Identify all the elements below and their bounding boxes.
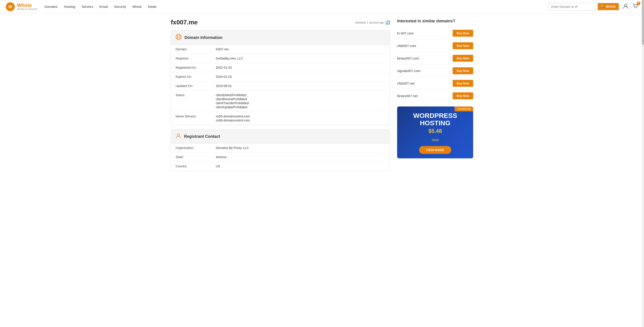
ad-price-amount: 5.48 <box>431 128 442 134</box>
logo-icon: W <box>5 2 15 12</box>
sidebar: Interested in similar domains? fx-007.co… <box>397 19 473 175</box>
domain-info-card: Domain Information Domain: fx007.me Regi… <box>171 30 390 125</box>
logo-brand-name: Whois <box>17 3 37 8</box>
similar-domain-name-6: binary007.net <box>397 94 418 98</box>
registrant-card: Registrant Contact Organization: Domains… <box>171 130 390 171</box>
similar-domain-name-5: cfds007.net <box>397 82 414 85</box>
navbar: W Whois Identity for everyone Domains Ho… <box>0 0 644 14</box>
registrant-body: Organization: Domains By Proxy, LLC Stat… <box>171 143 390 171</box>
page-title-row: fx007.me Updated 1 second ago 🔄 <box>171 19 390 26</box>
nameserver-2: ns56.domaincontrol.com <box>216 118 250 122</box>
nav-links: Domains Hosting Servers Email Security W… <box>44 5 548 8</box>
nav-item-email[interactable]: Email <box>99 5 108 8</box>
buy-now-button-4[interactable]: Buy Now <box>452 67 473 74</box>
user-icon <box>622 3 629 9</box>
ad-view-more-button[interactable]: VIEW MORE <box>419 146 451 154</box>
table-row: Registered On: 2022-01-24 <box>171 63 390 72</box>
search-input[interactable] <box>548 3 598 10</box>
ad-price-mo: /mo <box>402 138 469 142</box>
registrant-person-icon <box>176 133 181 140</box>
domain-globe-icon <box>176 34 182 42</box>
search-bar: 🔍 WHOIS <box>548 3 619 10</box>
updated-text-label: Updated 1 second ago <box>355 21 384 24</box>
value-registrar: GoDaddy.com, LLC <box>216 56 243 60</box>
label-name-servers: Name Servers: <box>176 114 216 122</box>
label-status: Status: <box>176 93 216 109</box>
table-row: State: Arizona <box>171 152 390 162</box>
similar-domain-name-4: signals007.com <box>397 69 420 73</box>
table-row: Domain: fx007.me <box>171 45 390 54</box>
registrant-title: Registrant Contact <box>184 134 220 139</box>
value-organization: Domains By Proxy, LLC <box>216 146 249 150</box>
label-country: Country: <box>176 164 216 168</box>
search-icon: 🔍 <box>601 5 604 8</box>
nav-item-deals[interactable]: Deals <box>148 5 156 8</box>
similar-domain-name-3: binary007.com <box>397 56 419 60</box>
status-value-1: clientDeleteProhibited <box>216 93 249 97</box>
table-row: Country: US <box>171 162 390 171</box>
nav-item-servers[interactable]: Servers <box>82 5 93 8</box>
label-domain: Domain: <box>176 48 216 51</box>
search-btn-label: WHOIS <box>606 5 616 8</box>
value-registered-on: 2022-01-24 <box>216 66 232 69</box>
value-state: Arizona <box>216 155 226 159</box>
ad-price-dollar: $ <box>428 128 431 134</box>
scrollbar-thumb[interactable] <box>642 0 644 45</box>
similar-domain-name-2: cfds007.com <box>397 44 416 48</box>
table-row: Organization: Domains By Proxy, LLC <box>171 143 390 152</box>
cart-button[interactable]: 0 <box>632 3 639 10</box>
list-item: cfds007.net Buy Now <box>397 77 473 90</box>
value-domain: fx007.me <box>216 48 229 51</box>
nav-item-security[interactable]: Security <box>114 5 126 8</box>
similar-domains-title: Interested in similar domains? <box>397 19 473 24</box>
svg-point-4 <box>636 8 637 8</box>
ad-title-line2: HOSTING <box>402 119 469 126</box>
value-expires-on: 2024-01-24 <box>216 75 232 78</box>
label-expires-on: Expires On: <box>176 75 216 78</box>
similar-domains-list: fx-007.com Buy Now cfds007.com Buy Now b… <box>397 27 473 102</box>
nav-item-hosting[interactable]: Hosting <box>64 5 75 8</box>
domain-info-body: Domain: fx007.me Registrar: GoDaddy.com,… <box>171 45 390 125</box>
table-row: Status: clientDeleteProhibited clientRen… <box>171 90 390 112</box>
user-account-button[interactable] <box>622 3 629 10</box>
value-name-servers: ns55.domaincontrol.com ns56.domaincontro… <box>216 114 250 122</box>
similar-domain-name-1: fx-007.com <box>397 31 414 35</box>
label-registrar: Registrar: <box>176 56 216 60</box>
svg-point-10 <box>177 134 180 136</box>
svg-text:W: W <box>8 4 12 9</box>
ad-price: $5.48 <box>402 128 469 138</box>
buy-now-button-6[interactable]: Buy Now <box>452 92 473 99</box>
list-item: fx-007.com Buy Now <box>397 27 473 40</box>
cart-badge: 0 <box>637 2 640 5</box>
nav-right: 🔍 WHOIS 0 <box>548 3 639 10</box>
domain-info-header: Domain Information <box>171 31 390 45</box>
ad-banner: Introducing WORDPRESS HOSTING $5.48 /mo … <box>397 106 473 158</box>
list-item: binary007.com Buy Now <box>397 52 473 65</box>
table-row: Name Servers: ns55.domaincontrol.com ns5… <box>171 112 390 125</box>
buy-now-button-5[interactable]: Buy Now <box>452 80 473 87</box>
nav-item-whois[interactable]: Whois <box>132 5 142 8</box>
content-area: fx007.me Updated 1 second ago 🔄 D <box>171 19 390 175</box>
scrollbar-track[interactable] <box>642 0 644 184</box>
value-status: clientDeleteProhibited clientRenewProhib… <box>216 93 249 109</box>
list-item: binary007.net Buy Now <box>397 90 473 102</box>
table-row: Registrar: GoDaddy.com, LLC <box>171 54 390 63</box>
ad-title: WORDPRESS HOSTING <box>402 112 469 126</box>
status-value-4: clientUpdateProhibited <box>216 105 249 109</box>
main-container: fx007.me Updated 1 second ago 🔄 D <box>166 14 478 184</box>
page-title: fx007.me <box>171 19 198 26</box>
buy-now-button-1[interactable]: Buy Now <box>452 30 473 37</box>
label-state: State: <box>176 155 216 159</box>
table-row: Expires On: 2024-01-24 <box>171 72 390 82</box>
buy-now-button-2[interactable]: Buy Now <box>452 42 473 49</box>
nav-item-domains[interactable]: Domains <box>44 5 58 8</box>
logo-link[interactable]: W Whois Identity for everyone <box>5 2 37 12</box>
refresh-icon[interactable]: 🔄 <box>386 20 390 24</box>
list-item: signals007.com Buy Now <box>397 65 473 77</box>
label-updated-on: Updated On: <box>176 84 216 88</box>
buy-now-button-3[interactable]: Buy Now <box>452 55 473 62</box>
ad-introducing-label: Introducing <box>454 106 473 112</box>
domain-info-title: Domain Information <box>184 35 222 40</box>
value-country: US <box>216 164 220 168</box>
search-button[interactable]: 🔍 WHOIS <box>598 3 619 10</box>
